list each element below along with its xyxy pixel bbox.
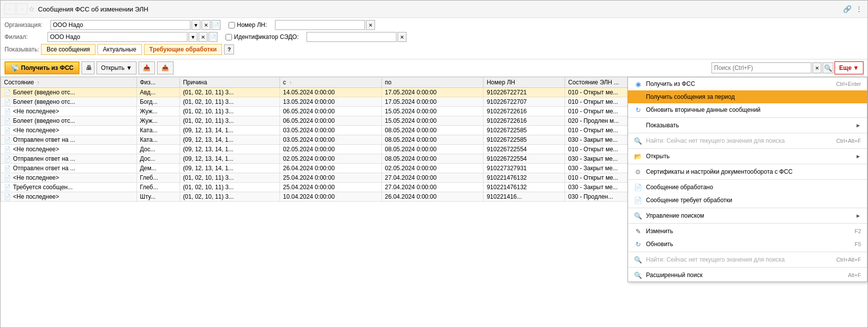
favorite-icon[interactable]: ☆: [28, 5, 35, 13]
filter-actual-btn[interactable]: Актуальные: [98, 44, 142, 55]
menu-label: Обновить: [646, 241, 850, 248]
menu-separator: [628, 208, 867, 208]
cell-status: 📄<Не последнее>: [1, 126, 137, 135]
row-icon-warning: 📄: [4, 89, 11, 95]
menu-shortcut: Ctrl+Enter: [836, 81, 861, 87]
col-to[interactable]: по: [382, 77, 484, 88]
menu-item-icon: ✎: [634, 227, 642, 235]
toolbar-area: Организация: ▼ ✕ 📄 Номер ЛН: ✕ Филиал: ▼…: [0, 18, 868, 59]
cell-person: Дос...: [136, 145, 180, 154]
cell-status: 📄Болеет (введено отс...: [1, 88, 137, 97]
sezdo-checkbox[interactable]: [226, 34, 232, 40]
more-options-button[interactable]: ⋮: [854, 4, 864, 14]
cell-person: Жуж...: [136, 116, 180, 126]
cell-to: 08.05.2024 0:00:00: [382, 135, 484, 145]
cell-from: 25.04.2024 0:00:00: [280, 183, 382, 192]
org-clear-btn[interactable]: ✕: [202, 20, 210, 30]
context-menu-item-15[interactable]: 🔍Управление поиском►: [628, 209, 867, 222]
context-menu-item-4[interactable]: Показывать►: [628, 119, 867, 132]
ln-input-group: ✕: [275, 20, 375, 30]
context-menu-item-12[interactable]: 📄Сообщение обработано: [628, 181, 867, 194]
filter-requires-btn[interactable]: Требующие обработки: [144, 44, 222, 55]
cell-status: 📄Отправлен ответ на ...: [1, 154, 137, 164]
open-btn[interactable]: Открыть ▼: [96, 61, 136, 74]
branch-open-btn[interactable]: 📄: [208, 32, 218, 42]
menu-label: Обновить вторичные данные сообщений: [646, 106, 861, 113]
cell-person: Шту...: [136, 192, 180, 202]
forward-button[interactable]: →: [16, 3, 28, 14]
cell-reason: (01, 02, 10, 11) 3...: [180, 97, 280, 107]
cell-reason: (01, 02, 10, 11) 3...: [180, 173, 280, 183]
sezdo-checkbox-label: Идентификатор СЭДО:: [226, 33, 298, 40]
get-fss-button[interactable]: 📡 Получить из ФСС: [4, 61, 80, 74]
cell-from: 06.05.2024 0:00:00: [280, 116, 382, 126]
org-input[interactable]: [50, 20, 190, 30]
context-menu-item-18[interactable]: ↻ОбновитьF5: [628, 238, 867, 251]
col-person[interactable]: Физ...: [136, 77, 180, 88]
menu-label: Расширенный поиск: [646, 272, 844, 279]
menu-shortcut: F2: [854, 228, 861, 234]
get-fss-label: Получить из ФСС: [21, 64, 74, 71]
ln-clear-btn[interactable]: ✕: [366, 20, 375, 30]
cell-from: 02.05.2024 0:00:00: [280, 145, 382, 154]
filter-all-btn[interactable]: Все сообщения: [41, 44, 96, 55]
search-input[interactable]: [712, 62, 812, 73]
context-menu-item-6: 🔍Найти: Сейчас нет текущего значения для…: [628, 134, 867, 147]
branch-input[interactable]: [48, 32, 188, 42]
search-clear-button[interactable]: ✕: [812, 62, 822, 73]
menu-separator: [628, 148, 867, 149]
menu-label: Получить сообщения за период: [646, 93, 861, 100]
col-status[interactable]: Состояние ↑: [1, 77, 137, 88]
cell-ln-num: 910221476132: [484, 183, 565, 192]
cell-from: 06.05.2024 0:00:00: [280, 107, 382, 116]
back-button[interactable]: ←: [4, 3, 16, 14]
filter-label: Показывать:: [4, 46, 39, 53]
title-action-buttons: 🔗 ⋮: [842, 4, 864, 14]
menu-separator: [628, 252, 867, 252]
menu-item-icon: 🔍: [634, 212, 642, 220]
row-icon-doc: 📄: [4, 99, 11, 105]
context-menu-item-13[interactable]: 📄Сообщение требует обработки: [628, 194, 867, 207]
help-button[interactable]: ?: [224, 44, 234, 54]
context-menu-item-0[interactable]: ◉Получить из ФССCtrl+Enter: [628, 77, 867, 90]
cell-to: 26.04.2024 0:00:00: [382, 192, 484, 202]
org-dropdown-btn[interactable]: ▼: [192, 20, 200, 30]
action-bar: 📡 Получить из ФСС 🖶 Открыть ▼ 📥 📤 ✕ 🔍 Ещ…: [0, 59, 868, 77]
context-menu-item-8[interactable]: 📂Открыть►: [628, 150, 867, 163]
row-icon-doc: 📄: [4, 118, 11, 124]
col-ln-num[interactable]: Номер ЛН: [484, 77, 565, 88]
col-reason[interactable]: Причина: [180, 77, 280, 88]
cell-to: 15.05.2024 0:00:00: [382, 107, 484, 116]
ln-input[interactable]: [275, 20, 365, 30]
menu-item-icon: 🔍: [634, 256, 642, 264]
search-go-button[interactable]: 🔍: [822, 62, 834, 73]
export-btn[interactable]: 📤: [157, 61, 174, 74]
cell-person: Авд...: [136, 88, 180, 97]
context-menu-item-22[interactable]: 🔍Расширенный поискAlt+F: [628, 269, 867, 282]
col-from[interactable]: с ↑: [280, 77, 382, 88]
sezdo-input[interactable]: [306, 32, 396, 42]
ln-checkbox[interactable]: [228, 22, 235, 28]
import-btn[interactable]: 📥: [138, 61, 155, 74]
menu-item-icon: ↻: [634, 240, 642, 248]
menu-item-icon: 📂: [634, 152, 642, 160]
org-open-btn[interactable]: 📄: [212, 20, 220, 30]
menu-item-icon: 🔍: [634, 137, 642, 145]
more-button[interactable]: Еще ▼: [834, 61, 864, 74]
print-btn[interactable]: 🖶: [82, 61, 94, 74]
context-menu-item-1[interactable]: ⦾Получить сообщения за период: [628, 90, 867, 103]
branch-dropdown-btn[interactable]: ▼: [188, 32, 198, 42]
branch-clear-btn[interactable]: ✕: [198, 32, 208, 42]
cell-reason: (01, 02, 10, 11) 3...: [180, 107, 280, 116]
link-button[interactable]: 🔗: [842, 4, 852, 14]
cell-to: 27.04.2024 0:00:00: [382, 173, 484, 183]
sezdo-clear-btn[interactable]: ✕: [398, 32, 406, 42]
cell-ln-num: 910221416...: [484, 192, 565, 202]
menu-label: Показывать: [646, 122, 852, 129]
cell-from: 25.04.2024 0:00:00: [280, 173, 382, 183]
row-icon-warning: 📄: [4, 184, 11, 190]
context-menu-item-17[interactable]: ✎ИзменитьF2: [628, 225, 867, 238]
context-menu-item-10[interactable]: ⚙Сертификаты и настройки документооборот…: [628, 165, 867, 178]
context-menu-item-2[interactable]: ↻Обновить вторичные данные сообщений: [628, 103, 867, 116]
cell-reason: (01, 02, 10, 11) 3...: [180, 192, 280, 202]
